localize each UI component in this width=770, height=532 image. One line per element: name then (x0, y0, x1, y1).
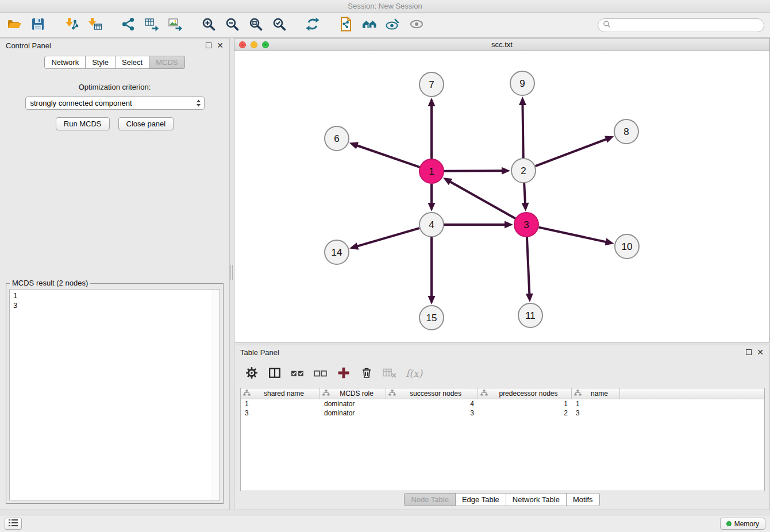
mcds-result-list[interactable]: 13 (9, 289, 220, 500)
add-column-button[interactable] (337, 366, 351, 381)
table-row[interactable]: 1dominator411 (241, 399, 764, 408)
select-all-button[interactable] (291, 366, 305, 381)
table-cell: dominator (320, 400, 386, 408)
graph-node-6[interactable]: 6 (325, 126, 349, 151)
minimize-window-icon[interactable]: − (251, 41, 257, 48)
show-graphics-button[interactable] (383, 16, 403, 35)
close-window-icon[interactable]: × (239, 41, 246, 48)
mcds-result-title: MCDS result (2 nodes) (10, 279, 90, 287)
column-header-name[interactable]: name (572, 388, 620, 399)
copy-network-button[interactable] (336, 16, 356, 35)
tab-motifs[interactable]: Motifs (567, 493, 600, 506)
graph-node-15[interactable]: 15 (419, 306, 444, 330)
gear-button[interactable] (245, 366, 259, 381)
graph-edge-2-9[interactable] (522, 104, 523, 158)
svg-text:4: 4 (429, 219, 434, 230)
graph-node-7[interactable]: 7 (419, 72, 444, 97)
graph-edge-2-8[interactable] (536, 139, 607, 166)
memory-status-dot (726, 521, 732, 526)
window-titlebar[interactable]: Session: New Session (0, 0, 770, 13)
delete-table-button[interactable] (383, 366, 396, 381)
svg-text:6: 6 (334, 133, 339, 144)
table-panel-header: Table Panel ✕ (234, 345, 769, 359)
close-table-panel-icon[interactable]: ✕ (757, 348, 764, 356)
graph-node-8[interactable]: 8 (614, 119, 638, 144)
new-network-button[interactable] (118, 16, 138, 35)
zoom-selected-button[interactable] (270, 16, 289, 35)
graph-edge-1-6[interactable] (356, 145, 419, 167)
export-table-button[interactable] (142, 16, 161, 35)
tab-style[interactable]: Style (86, 56, 116, 69)
search-field[interactable] (598, 18, 764, 32)
table-cell: dominator (320, 409, 386, 417)
graph-node-11[interactable]: 11 (518, 303, 542, 327)
graph-edge-2-3[interactable] (524, 183, 525, 204)
result-scrollbar[interactable] (213, 290, 220, 500)
graph-node-4[interactable]: 4 (419, 213, 444, 237)
zoom-selected-icon (272, 17, 287, 33)
column-header-predecessor-nodes[interactable]: predecessor nodes (478, 388, 572, 399)
tab-network[interactable]: Network (44, 56, 86, 69)
graph-edge-4-14[interactable] (357, 228, 419, 246)
memory-button[interactable]: Memory (720, 518, 765, 530)
graph-node-2[interactable]: 2 (511, 159, 536, 183)
svg-text:7: 7 (429, 79, 434, 90)
graph-edge-1-2[interactable] (444, 171, 503, 171)
hide-graphics-button[interactable] (407, 16, 426, 35)
import-table-button[interactable] (85, 16, 105, 35)
criterion-dropdown[interactable]: strongly connected component (25, 97, 205, 110)
close-panel-icon[interactable]: ✕ (217, 41, 224, 49)
graph-node-14[interactable]: 14 (325, 240, 349, 264)
network-window-titlebar[interactable]: scc.txt × − + (234, 38, 769, 51)
export-image-icon (168, 17, 183, 33)
edge-arrowhead (502, 167, 510, 175)
column-header-label: MCDS role (330, 390, 383, 398)
table-row[interactable]: 3dominator323 (241, 408, 764, 418)
save-session-button[interactable] (28, 16, 48, 35)
home-neighbors-button[interactable] (360, 16, 379, 35)
tab-network-table[interactable]: Network Table (506, 493, 567, 506)
tab-select[interactable]: Select (116, 56, 149, 69)
refresh-layout-button[interactable] (303, 16, 322, 35)
graph-edge-3-11[interactable] (527, 237, 529, 295)
column-header-mcds-role[interactable]: MCDS role (320, 388, 386, 399)
function-builder-icon: f(x) (406, 368, 422, 379)
zoom-in-button[interactable] (199, 16, 218, 35)
table-toolbar: f(x) (234, 359, 769, 388)
tab-edge-table[interactable]: Edge Table (456, 493, 506, 506)
import-network-button[interactable] (61, 16, 81, 35)
columns-button[interactable] (268, 366, 282, 381)
search-input[interactable] (614, 20, 758, 31)
graph-node-9[interactable]: 9 (510, 71, 534, 95)
open-file-button[interactable] (5, 16, 24, 35)
result-line: 1 (13, 291, 216, 300)
graph-node-1[interactable]: 1 (419, 159, 444, 183)
column-header-filler (620, 388, 764, 399)
function-builder-button[interactable]: f(x) (406, 366, 422, 381)
column-header-shared-name[interactable]: shared name (241, 388, 320, 399)
run-mcds-button[interactable]: Run MCDS (56, 117, 110, 130)
float-table-panel-icon[interactable] (746, 349, 752, 355)
deselect-all-button[interactable] (314, 366, 328, 381)
delete-button[interactable] (360, 366, 374, 381)
float-panel-icon[interactable] (206, 43, 211, 48)
tab-mcds[interactable]: MCDS (149, 56, 184, 69)
svg-text:11: 11 (525, 310, 536, 321)
zoom-out-button[interactable] (222, 16, 242, 35)
graph-node-3[interactable]: 3 (514, 213, 538, 237)
column-header-successor-nodes[interactable]: successor nodes (386, 388, 478, 399)
table-cell: 1 (478, 400, 572, 408)
zoom-fit-button[interactable] (246, 16, 265, 35)
graph-edge-3-10[interactable] (538, 228, 606, 242)
panel-resize-divider[interactable] (230, 38, 234, 510)
tab-node-table[interactable]: Node Table (404, 493, 456, 506)
edge-arrowhead (428, 98, 436, 106)
export-image-button[interactable] (165, 16, 185, 35)
close-panel-button[interactable]: Close panel (118, 117, 174, 130)
graph-edge-3-1[interactable] (449, 182, 515, 219)
show-graphics-icon (386, 17, 401, 33)
network-canvas[interactable]: 7968124314101511 (234, 51, 769, 342)
zoom-window-icon[interactable]: + (262, 41, 269, 48)
graph-node-10[interactable]: 10 (615, 234, 639, 259)
show-panels-button[interactable] (5, 518, 22, 530)
